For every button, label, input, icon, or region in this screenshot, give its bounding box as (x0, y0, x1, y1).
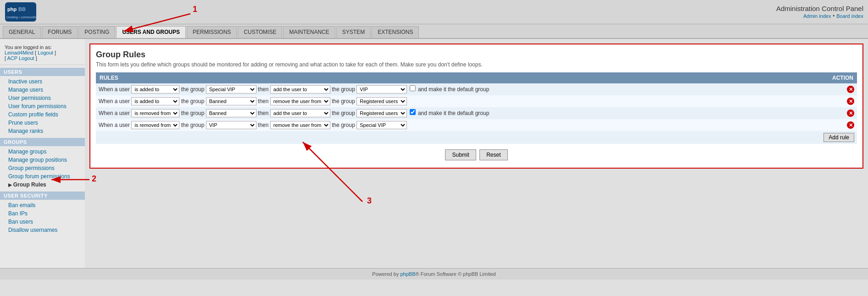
delete-rule-2-button[interactable]: ✕ (847, 98, 854, 105)
default-group-checkbox-3[interactable] (410, 109, 416, 115)
board-index-link[interactable]: Board index (836, 13, 863, 19)
panel-title-text: Administration Control Panel (776, 5, 863, 12)
action-col-header: ACTION (793, 72, 857, 83)
tab-posting[interactable]: POSTING (78, 26, 115, 38)
table-row: When a user is added to is removed from … (96, 95, 857, 107)
sidebar-item-disallow-usernames[interactable]: Disallow usernames (0, 226, 85, 234)
target-group-select-1[interactable]: VIP Special VIP Banned Registered users (356, 85, 407, 93)
then-text-2: then (258, 98, 270, 104)
source-group-select-4[interactable]: VIP Special VIP Banned Registered users (206, 121, 256, 129)
rules-table: RULES ACTION When a user is added to is (96, 72, 857, 144)
sidebar-item-user-permissions[interactable]: User permissions (0, 94, 85, 102)
sidebar-item-custom-profile-fields[interactable]: Custom profile fields (0, 110, 85, 119)
action-select-3[interactable]: add the user to remove the user from (270, 109, 330, 117)
target-group-select-4[interactable]: Special VIP VIP Banned Registered users (356, 121, 407, 129)
footer-text: Powered by phpBB® Forum Software © phpBB… (372, 271, 495, 277)
acp-logout-link[interactable]: ACP Logout (7, 55, 34, 61)
then-text-4: then (258, 122, 270, 128)
action-select-2[interactable]: remove the user from add the user to (270, 97, 330, 105)
tab-maintenance[interactable]: MAINTENANCE (283, 26, 335, 38)
tab-customise[interactable]: CUSTOMISE (238, 26, 282, 38)
action-cell-2: ✕ (793, 95, 857, 107)
admin-index-link[interactable]: Admin index (803, 13, 831, 19)
username-link[interactable]: Leinad4Mind (5, 50, 33, 55)
reset-button[interactable]: Reset (479, 149, 507, 160)
tab-extensions[interactable]: EXTENSIONS (372, 26, 419, 38)
sidebar-item-user-forum-permissions[interactable]: User forum permissions (0, 102, 85, 110)
the-group-text-3: the group (332, 110, 356, 116)
footer: Powered by phpBB® Forum Software © phpBB… (0, 268, 868, 280)
add-rule-button[interactable]: Add rule (823, 133, 854, 142)
phpbb-link[interactable]: phpBB (400, 271, 415, 277)
sidebar-item-prune-users[interactable]: Prune users (0, 119, 85, 127)
action-cell-4: ✕ (793, 119, 857, 131)
svg-text:BB: BB (18, 6, 26, 12)
condition-select-4[interactable]: is removed from is added to (131, 121, 179, 129)
svg-text:php: php (7, 6, 17, 12)
the-group-text-4: the group (332, 122, 356, 128)
table-row: When a user is removed from is added to … (96, 119, 857, 131)
logo: php BB creating • communities (5, 2, 37, 22)
target-group-select-3[interactable]: Registered users VIP Special VIP Banned (356, 109, 407, 117)
sidebar-item-group-forum-permissions[interactable]: Group forum permissions (0, 172, 85, 181)
logged-in-label: You are logged in as: (5, 44, 52, 50)
when-text-2: When a user (99, 98, 131, 104)
sidebar-section-user-security: USER SECURITY (0, 192, 85, 200)
sidebar-item-manage-group-positions[interactable]: Manage group positions (0, 156, 85, 164)
table-row: When a user is removed from is added to … (96, 107, 857, 119)
sidebar-item-ban-ips[interactable]: Ban IPs (0, 209, 85, 218)
sidebar: You are logged in as: Leinad4Mind [ Logo… (0, 39, 85, 268)
admin-panel-title: Administration Control Panel Admin index… (776, 5, 863, 19)
sidebar-section-users: USERS (0, 68, 85, 76)
group-text-1: the group (181, 86, 206, 93)
tab-forums[interactable]: FORUMS (42, 26, 78, 38)
source-group-select-2[interactable]: Banned Special VIP VIP Registered users (206, 97, 256, 105)
rule-row-4-cell: When a user is removed from is added to … (96, 119, 793, 131)
sidebar-item-manage-ranks[interactable]: Manage ranks (0, 127, 85, 135)
default-group-label-1: and make it the default group (418, 86, 489, 93)
delete-rule-4-button[interactable]: ✕ (847, 121, 854, 129)
sidebar-item-ban-users[interactable]: Ban users (0, 218, 85, 226)
tab-users-and-groups[interactable]: USERS AND GROUPS (116, 26, 186, 38)
sidebar-item-inactive-users[interactable]: Inactive users (0, 77, 85, 86)
phpbb-logo: php BB creating • communities (5, 2, 37, 22)
condition-select-1[interactable]: is added to is removed from (131, 85, 179, 93)
tab-general[interactable]: GENERAL (3, 26, 41, 38)
delete-rule-3-button[interactable]: ✕ (847, 110, 854, 117)
page-title: Group Rules (96, 50, 857, 60)
group-text-4: the group (181, 122, 206, 128)
sidebar-item-manage-users[interactable]: Manage users (0, 86, 85, 94)
action-select-1[interactable]: add the user to remove the user from (270, 85, 330, 93)
condition-select-2[interactable]: is added to is removed from (131, 97, 179, 105)
submit-button[interactable]: Submit (445, 149, 476, 160)
the-group-text-1: the group (332, 86, 356, 93)
sidebar-item-manage-groups[interactable]: Manage groups (0, 148, 85, 156)
sidebar-section-groups: GROUPS (0, 138, 85, 146)
when-text-1: When a user (99, 86, 131, 93)
action-select-4[interactable]: remove the user from add the user to (270, 121, 330, 129)
sidebar-item-group-permissions[interactable]: Group permissions (0, 164, 85, 172)
source-group-select-3[interactable]: Banned Special VIP VIP Registered users (206, 109, 256, 117)
default-group-checkbox-1[interactable] (410, 85, 416, 91)
logout-link[interactable]: Logout (38, 50, 53, 55)
layout: You are logged in as: Leinad4Mind [ Logo… (0, 39, 868, 268)
tab-system[interactable]: SYSTEM (336, 26, 371, 38)
rules-col-header: RULES (96, 72, 793, 83)
when-text-4: When a user (99, 122, 131, 128)
condition-select-3[interactable]: is removed from is added to (131, 109, 179, 117)
header: php BB creating • communities Administra… (0, 0, 868, 24)
user-info: You are logged in as: Leinad4Mind [ Logo… (0, 43, 85, 65)
tab-permissions[interactable]: PERMISSIONS (187, 26, 237, 38)
table-row: When a user is added to is removed from … (96, 83, 857, 95)
delete-rule-1-button[interactable]: ✕ (847, 86, 854, 93)
source-group-select-1[interactable]: Special VIP Banned VIP Registered users (206, 85, 256, 93)
default-group-label-3: and make it the default group (418, 110, 489, 116)
target-group-select-2[interactable]: Registered users VIP Special VIP Banned (356, 97, 407, 105)
main-content: Group Rules This form lets you define wh… (85, 39, 868, 268)
svg-text:creating • communities: creating • communities (6, 16, 37, 19)
sidebar-item-group-rules[interactable]: Group Rules (0, 181, 85, 189)
when-text-3: When a user (99, 110, 131, 116)
sidebar-item-ban-emails[interactable]: Ban emails (0, 201, 85, 209)
add-rule-row: Add rule (96, 131, 857, 144)
rule-row-1-cell: When a user is added to is removed from … (96, 83, 793, 95)
